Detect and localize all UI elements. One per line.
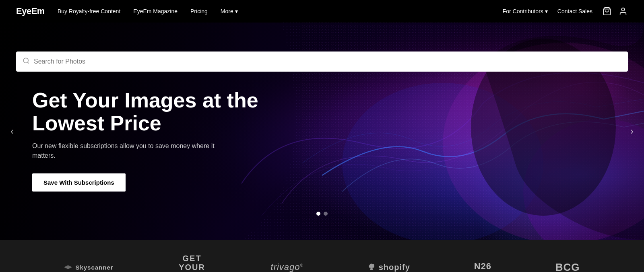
search-input[interactable] bbox=[34, 58, 621, 65]
partner-n26: N26 bbox=[474, 261, 491, 272]
nav-more-dropdown[interactable]: More ▾ bbox=[221, 8, 238, 14]
nav-left: EyeEm Buy Royalty-free Content EyeEm Mag… bbox=[16, 6, 238, 16]
partner-bcg: BCG bbox=[555, 261, 580, 272]
nav-icons bbox=[602, 6, 628, 16]
hero-subtitle: Our new flexible subscriptions allow you… bbox=[32, 141, 233, 161]
carousel-dot-1[interactable] bbox=[324, 212, 328, 216]
nav-link-pricing[interactable]: Pricing bbox=[190, 8, 208, 14]
contributors-label: For Contributors bbox=[503, 8, 543, 14]
navbar: EyeEm Buy Royalty-free Content EyeEm Mag… bbox=[0, 0, 644, 23]
chevron-down-icon: ▾ bbox=[235, 8, 238, 14]
carousel-dot-0[interactable] bbox=[316, 212, 320, 216]
search-bar bbox=[16, 52, 628, 72]
hero-title: Get Your Images at the Lowest Price bbox=[32, 89, 274, 135]
partner-shopify: shopify bbox=[367, 263, 410, 272]
nav-more-label: More bbox=[221, 8, 233, 14]
carousel-dots bbox=[316, 212, 328, 216]
svg-point-14 bbox=[23, 58, 28, 63]
hero-cta-button[interactable]: Save With Subscriptions bbox=[32, 173, 126, 192]
search-icon bbox=[23, 57, 30, 66]
partner-skyscanner: Skyscanner bbox=[64, 264, 113, 271]
svg-point-1 bbox=[621, 8, 624, 11]
nav-link-buy[interactable]: Buy Royalty-free Content bbox=[58, 8, 120, 14]
cart-icon[interactable] bbox=[602, 6, 612, 16]
chevron-down-icon: ▾ bbox=[545, 8, 548, 14]
hero-content: Get Your Images at the Lowest Price Our … bbox=[32, 89, 274, 192]
carousel-next-button[interactable]: › bbox=[624, 123, 640, 139]
carousel-prev-button[interactable]: ‹ bbox=[4, 123, 20, 139]
partners-bar: Skyscanner GETYOURGUIDE trivago® shopify… bbox=[0, 240, 644, 272]
user-icon[interactable] bbox=[618, 6, 628, 16]
nav-right: For Contributors ▾ Contact Sales bbox=[503, 6, 628, 16]
search-container bbox=[0, 45, 644, 78]
nav-link-magazine[interactable]: EyeEm Magazine bbox=[133, 8, 178, 14]
partner-getyourguide: GETYOURGUIDE bbox=[177, 254, 206, 272]
hero-section: VisionTranquilityBusinessMeetingNo peopl… bbox=[0, 23, 644, 240]
nav-contact-sales[interactable]: Contact Sales bbox=[557, 8, 592, 14]
skyscanner-label: Skyscanner bbox=[75, 264, 113, 271]
logo[interactable]: EyeEm bbox=[16, 6, 45, 16]
partner-trivago: trivago® bbox=[271, 262, 303, 272]
nav-contributors-dropdown[interactable]: For Contributors ▾ bbox=[503, 8, 548, 14]
